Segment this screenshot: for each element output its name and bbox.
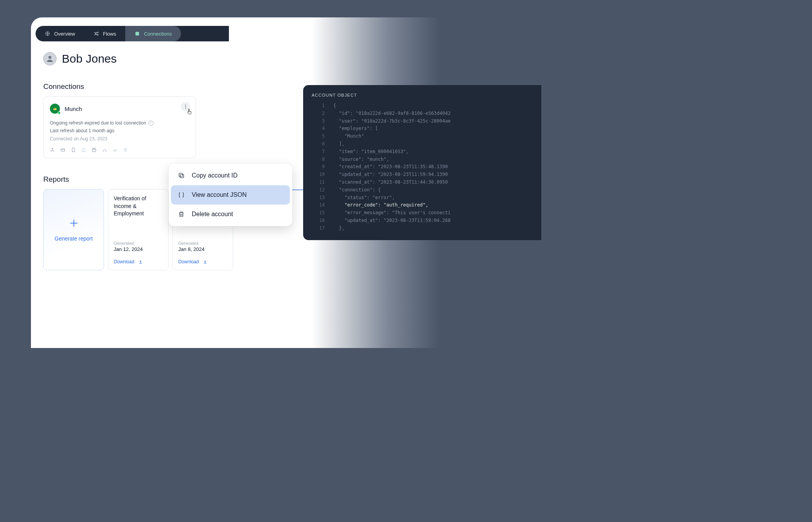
svg-point-13	[125, 149, 126, 150]
code-line: 5 "Munch"	[312, 133, 541, 140]
tab-flows-label: Flows	[103, 31, 116, 37]
bike-icon	[102, 147, 107, 152]
menu-view-json-label: View account JSON	[192, 191, 247, 198]
bank-icon	[81, 147, 86, 152]
download-icon	[138, 259, 143, 264]
code-line: 9 "created_at": "2023-08-23T11:35:48.139…	[312, 163, 541, 171]
document-icon	[71, 147, 76, 152]
svg-rect-14	[180, 174, 184, 178]
calendar-icon	[92, 147, 97, 152]
connection-status-line: Ongoing refresh expired due to lost conn…	[50, 119, 189, 127]
code-body: 1{2 "id": "018a222d-e682-9af8-8106-e563d…	[312, 102, 541, 232]
connections-heading: Connections	[43, 82, 263, 91]
svg-rect-7	[61, 149, 65, 152]
svg-rect-8	[92, 148, 96, 152]
svg-rect-15	[179, 173, 183, 177]
code-panel-header: ACCOUNT OBJECT	[312, 93, 541, 97]
code-line: 17 },	[312, 225, 541, 232]
tab-overview[interactable]: Overview	[36, 26, 84, 41]
connections-icon	[135, 31, 140, 36]
svg-point-5	[185, 108, 186, 109]
pin-icon	[123, 147, 128, 152]
connection-logo	[50, 104, 60, 114]
connection-card: Munch Ongoing refresh expired due to los…	[43, 96, 196, 158]
generated-label: Generated	[114, 241, 163, 246]
svg-point-2	[48, 56, 51, 59]
code-line: 2 "id": "018a222d-e682-9af8-8106-e563d40…	[312, 110, 541, 118]
code-line: 14 "error_code": "auth_required",	[312, 201, 541, 209]
page-content: Bob Jones Connections Munch Ongoing refr…	[31, 41, 263, 270]
generated-date: Jan 8, 2024	[178, 246, 227, 252]
code-line: 16 "updated_at": "2023-08-23T11:59:04.26…	[312, 217, 541, 225]
generate-report-card[interactable]: Generate report	[43, 189, 104, 270]
code-line: 15 "error_message": "This user's connect…	[312, 209, 541, 217]
report-card-voie: Verification of Income & Employment Gene…	[108, 189, 169, 270]
copy-icon	[178, 172, 185, 179]
trash-icon	[178, 211, 185, 218]
card-icon	[60, 147, 65, 152]
menu-view-json[interactable]: View account JSON	[171, 185, 290, 205]
code-line: 3 "user": "018a222d-7b3c-8c3f-425c-28004…	[312, 118, 541, 125]
download-link[interactable]: Download	[178, 259, 227, 264]
code-line: 6 ],	[312, 140, 541, 148]
report-title: Verification of Income & Employment	[114, 195, 163, 218]
person-icon	[50, 147, 55, 152]
tab-flows[interactable]: Flows	[84, 26, 125, 41]
tab-overview-label: Overview	[54, 31, 75, 37]
account-actions-menu: Copy account ID View account JSON Delete…	[169, 164, 292, 226]
menu-delete-label: Delete account	[192, 211, 233, 218]
code-line: 12 "connection": {	[312, 186, 541, 194]
tab-bar: Overview Flows Connections	[36, 26, 229, 41]
user-name: Bob Jones	[62, 52, 117, 65]
generated-label: Generated	[178, 241, 227, 246]
globe-icon	[45, 31, 50, 36]
car-icon	[113, 147, 118, 152]
code-line: 13 "status": "error",	[312, 194, 541, 202]
shuffle-icon	[94, 31, 99, 36]
main-card: Overview Flows Connections Bob Jones Con…	[31, 17, 541, 348]
user-header: Bob Jones	[43, 52, 263, 65]
category-icons	[50, 147, 189, 152]
svg-point-4	[185, 106, 186, 107]
tab-connections[interactable]: Connections	[125, 26, 181, 41]
info-icon[interactable]: i	[148, 121, 154, 126]
code-line: 10 "updated_at": "2023-08-23T11:59:04.13…	[312, 171, 541, 179]
connection-connected-line: Connected on Aug 23, 2023	[50, 135, 189, 143]
tab-connections-label: Connections	[144, 31, 172, 37]
menu-copy-label: Copy account ID	[192, 172, 237, 179]
braces-icon	[178, 191, 185, 198]
code-line: 1{	[312, 102, 541, 110]
connection-name: Munch	[65, 106, 82, 112]
svg-point-6	[52, 148, 53, 149]
svg-rect-1	[135, 32, 139, 35]
avatar	[43, 52, 56, 65]
code-line: 7 "item": "item_000041653",	[312, 148, 541, 156]
download-link[interactable]: Download	[114, 259, 163, 264]
menu-copy-account-id[interactable]: Copy account ID	[171, 166, 290, 185]
code-line: 8 "source": "munch",	[312, 156, 541, 164]
status-dot	[58, 111, 61, 114]
svg-point-3	[185, 105, 186, 106]
plus-icon	[68, 218, 79, 229]
code-line: 4 "employers": [	[312, 125, 541, 133]
connection-menu-button[interactable]	[181, 102, 190, 111]
connection-refresh-line: Last refresh about 1 month ago	[50, 127, 189, 135]
code-line: 11 "scanned_at": "2023-08-23T11:44:30.09…	[312, 179, 541, 186]
download-icon	[203, 259, 208, 264]
generated-date: Jan 12, 2024	[114, 246, 163, 252]
code-panel: ACCOUNT OBJECT 1{2 "id": "018a222d-e682-…	[303, 85, 541, 240]
generate-report-label: Generate report	[55, 235, 93, 242]
menu-delete-account[interactable]: Delete account	[171, 205, 290, 224]
